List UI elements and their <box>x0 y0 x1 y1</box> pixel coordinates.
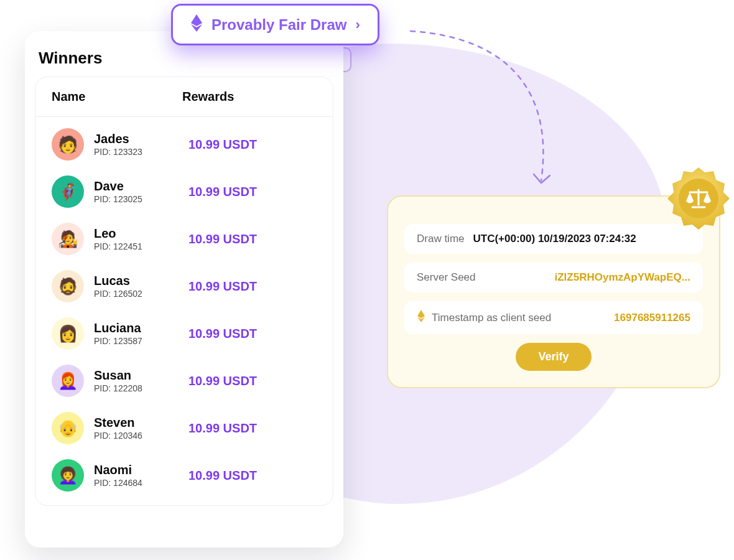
table-row[interactable]: 🧑JadesPID: 12332310.99 USDT <box>42 121 327 168</box>
winner-pid: PID: 123025 <box>94 194 182 204</box>
verify-card: Draw time UTC(+00:00) 10/19/2023 07:24:3… <box>387 195 720 388</box>
winner-name: Leo <box>94 226 182 240</box>
server-seed-value: iZlZ5RHOymzApYWapEQ... <box>554 271 690 284</box>
winners-table-head: Name Rewards <box>35 77 333 117</box>
table-row[interactable]: 👩‍🦱NaomiPID: 12468410.99 USDT <box>42 452 327 499</box>
winner-name: Susan <box>94 368 182 382</box>
server-seed-row: Server Seed iZlZ5RHOymzApYWapEQ... <box>404 263 703 292</box>
avatar: 👩 <box>52 317 84 350</box>
avatar: 👴 <box>52 412 84 444</box>
table-row[interactable]: 👩LucianaPID: 12358710.99 USDT <box>42 310 327 357</box>
client-seed-row: Timestamp as client seed 1697685911265 <box>404 301 703 334</box>
winner-reward: 10.99 USDT <box>188 279 257 294</box>
avatar: 🧑‍🎤 <box>52 223 84 255</box>
winner-pid: PID: 122208 <box>94 383 182 393</box>
winner-name: Steven <box>94 416 182 429</box>
verify-button[interactable]: Verify <box>516 343 591 371</box>
table-row[interactable]: 🧑‍🎤LeoPID: 12245110.99 USDT <box>42 215 327 263</box>
winner-name-block: LucianaPID: 123587 <box>94 321 182 346</box>
table-row[interactable]: 🧔LucasPID: 12650210.99 USDT <box>42 263 327 310</box>
winner-name: Dave <box>94 179 182 193</box>
provably-fair-label: Provably Fair Draw <box>211 16 346 34</box>
winner-reward: 10.99 USDT <box>188 469 257 483</box>
winner-reward: 10.99 USDT <box>188 374 257 388</box>
winner-name: Luciana <box>94 321 182 335</box>
avatar: 🧑 <box>52 128 84 161</box>
winner-name-block: JadesPID: 123323 <box>94 132 182 157</box>
table-row[interactable]: 🦸DavePID: 12302510.99 USDT <box>42 168 327 215</box>
winner-reward: 10.99 USDT <box>188 138 257 152</box>
table-row[interactable]: 👩‍🦰SusanPID: 12220810.99 USDT <box>42 357 327 404</box>
avatar: 🦸 <box>52 175 84 208</box>
draw-time-row: Draw time UTC(+00:00) 10/19/2023 07:24:3… <box>404 224 703 254</box>
avatar: 👩‍🦱 <box>52 459 84 492</box>
winner-reward: 10.99 USDT <box>188 421 257 436</box>
table-row[interactable]: 👴StevenPID: 12034610.99 USDT <box>42 404 327 452</box>
winner-pid: PID: 122451 <box>94 241 182 251</box>
column-header-rewards: Rewards <box>182 90 234 104</box>
winner-name-block: LucasPID: 126502 <box>94 274 182 299</box>
winners-card: Winners Name Rewards 🧑JadesPID: 12332310… <box>25 31 343 548</box>
draw-time-value: UTC(+00:00) 10/19/2023 07:24:32 <box>473 233 636 245</box>
winner-name: Jades <box>94 132 182 146</box>
avatar: 👩‍🦰 <box>52 365 84 397</box>
winners-title: Winners <box>39 49 333 68</box>
winner-name: Lucas <box>94 274 182 287</box>
winner-pid: PID: 123587 <box>94 336 182 346</box>
winner-pid: PID: 124684 <box>94 478 182 488</box>
server-seed-label: Server Seed <box>417 271 476 284</box>
ethereum-icon <box>417 310 425 325</box>
provably-fair-badge[interactable]: Provably Fair Draw › <box>171 4 379 45</box>
winner-pid: PID: 120346 <box>94 431 182 441</box>
winners-table: Name Rewards 🧑JadesPID: 12332310.99 USDT… <box>35 77 333 506</box>
avatar: 🧔 <box>52 270 84 302</box>
ethereum-icon <box>190 14 203 35</box>
winner-reward: 10.99 USDT <box>188 232 257 246</box>
winner-reward: 10.99 USDT <box>188 185 257 199</box>
winner-name-block: SusanPID: 122208 <box>94 368 182 393</box>
winner-name-block: StevenPID: 120346 <box>94 416 182 441</box>
winner-pid: PID: 123323 <box>94 147 182 157</box>
draw-time-label: Draw time <box>417 233 465 245</box>
winner-name-block: DavePID: 123025 <box>94 179 182 204</box>
client-seed-value: 1697685911265 <box>614 312 690 324</box>
winners-table-body: 🧑JadesPID: 12332310.99 USDT🦸DavePID: 123… <box>35 117 333 505</box>
chevron-right-icon: › <box>355 17 360 33</box>
fairness-seal-icon <box>664 164 733 233</box>
winner-pid: PID: 126502 <box>94 289 182 299</box>
column-header-name: Name <box>52 90 182 104</box>
client-seed-label: Timestamp as client seed <box>432 312 551 324</box>
winner-reward: 10.99 USDT <box>188 327 257 341</box>
winner-name-block: LeoPID: 122451 <box>94 226 182 251</box>
winner-name-block: NaomiPID: 124684 <box>94 463 182 488</box>
winner-name: Naomi <box>94 463 182 477</box>
